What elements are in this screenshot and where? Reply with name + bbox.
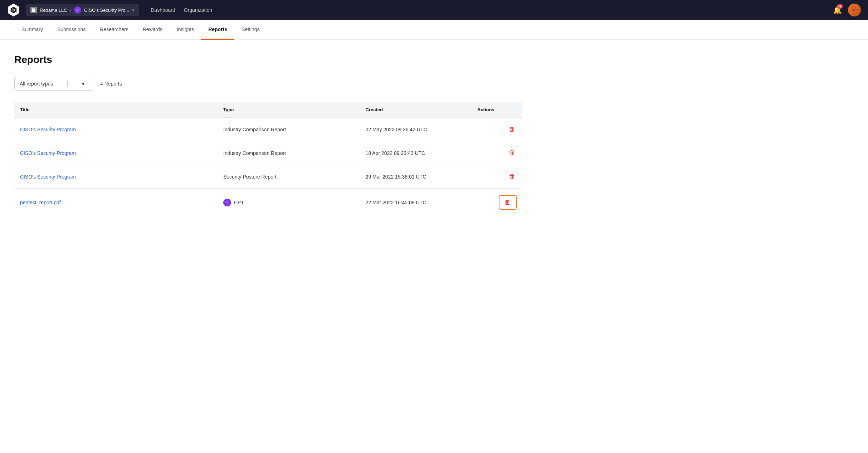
tab-insights[interactable]: Insights <box>170 20 201 40</box>
report-title-link[interactable]: CISO's Security Program <box>20 174 76 180</box>
svg-text:b: b <box>12 8 15 13</box>
created-date: 18 Apr 2022 09:23:43 UTC <box>366 150 425 156</box>
report-count: 4 Reports <box>100 81 122 87</box>
tab-researchers[interactable]: Researchers <box>93 20 135 40</box>
type-label: Industry Comparison Report <box>223 150 286 156</box>
col-header-actions: Actions <box>472 102 522 118</box>
tab-rewards[interactable]: Rewards <box>136 20 170 40</box>
breadcrumb-separator: / <box>70 8 72 13</box>
created-date: 29 Mar 2022 15:38:01 UTC <box>366 174 426 180</box>
table-row: CISO's Security ProgramIndustry Comparis… <box>14 141 522 165</box>
report-title-link[interactable]: CISO's Security Program <box>20 127 76 132</box>
report-title-link[interactable]: pentest_report.pdf <box>20 200 61 205</box>
type-label: CPT <box>234 200 244 205</box>
delete-button-highlighted[interactable]: 🗑 <box>499 195 517 210</box>
page-title: Reports <box>14 54 522 65</box>
program-badge: ✓ <box>74 6 81 14</box>
cpt-badge-icon: ✓ <box>223 199 231 206</box>
program-name: CISO's Security Pro... <box>84 8 129 13</box>
table-row: CISO's Security ProgramSecurity Posture … <box>14 165 522 189</box>
user-avatar[interactable]: 🏀 <box>848 4 861 16</box>
dashboard-link[interactable]: Dashboard <box>151 7 175 13</box>
created-date: 02 May 2022 09:36:42 UTC <box>366 127 427 132</box>
report-title-link[interactable]: CISO's Security Program <box>20 150 76 156</box>
tab-settings[interactable]: Settings <box>234 20 267 40</box>
notifications-badge: 49 <box>837 4 843 9</box>
notifications-button[interactable]: 🔔 49 <box>831 4 844 16</box>
delete-button[interactable]: 🗑 <box>507 148 517 158</box>
filter-chevron-icon: ▾ <box>82 81 84 87</box>
table-row: pentest_report.pdf✓CPT22 Mar 2022 16:45:… <box>14 189 522 216</box>
doc-icon: 📄 <box>30 7 37 13</box>
organization-link[interactable]: Organization <box>184 7 212 13</box>
filter-divider <box>67 80 68 87</box>
main-content: Reports All report types ▾ 4 Reports Tit… <box>0 40 537 230</box>
type-label: Security Posture Report <box>223 174 277 180</box>
org-name: Redama LLC <box>40 8 67 13</box>
reports-table: Title Type Created Actions CISO's Securi… <box>14 102 522 216</box>
filter-bar: All report types ▾ 4 Reports <box>14 77 522 91</box>
col-header-title: Title <box>14 102 218 118</box>
tab-summary[interactable]: Summary <box>14 20 50 40</box>
tab-reports[interactable]: Reports <box>201 20 234 40</box>
table-row: CISO's Security ProgramIndustry Comparis… <box>14 118 522 141</box>
created-date: 22 Mar 2022 16:45:08 UTC <box>366 200 426 205</box>
subnav: Summary Submissions Researchers Rewards … <box>0 20 868 40</box>
tab-submissions[interactable]: Submissions <box>50 20 93 40</box>
type-label: Industry Comparison Report <box>223 127 286 132</box>
topbar-nav: Dashboard Organization <box>151 7 212 13</box>
breadcrumb-chevron: ▾ <box>132 8 135 13</box>
logo[interactable]: b <box>7 4 20 16</box>
col-header-created: Created <box>360 102 472 118</box>
program-breadcrumb[interactable]: 📄 Redama LLC / ✓ CISO's Security Pro... … <box>26 4 139 16</box>
filter-label: All report types <box>20 81 53 87</box>
delete-button[interactable]: 🗑 <box>507 171 517 182</box>
table-header-row: Title Type Created Actions <box>14 102 522 118</box>
delete-button[interactable]: 🗑 <box>507 124 517 135</box>
topbar: b 📄 Redama LLC / ✓ CISO's Security Pro..… <box>0 0 868 20</box>
col-header-type: Type <box>218 102 360 118</box>
report-type-filter[interactable]: All report types ▾ <box>14 77 93 91</box>
topbar-right: 🔔 49 🏀 <box>831 4 861 16</box>
